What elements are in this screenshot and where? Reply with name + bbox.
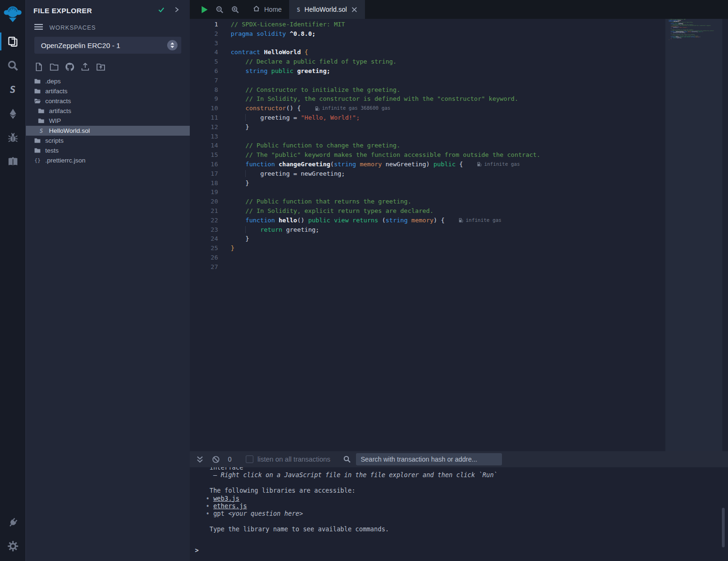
deploy-run-icon[interactable] <box>0 102 26 125</box>
code-text: // SPDX-License-Identifier: MIT <box>231 20 345 29</box>
panel-title: FILE EXPLORER <box>33 7 92 15</box>
code-text: string public greeting; <box>231 66 330 76</box>
tab-helloworld-sol[interactable]: SHelloWorld.sol <box>289 0 364 19</box>
run-script-button[interactable] <box>198 4 210 15</box>
tree-item-artifacts[interactable]: artifacts <box>26 86 190 96</box>
search-icon[interactable] <box>0 54 26 77</box>
terminal-scrollbar-thumb[interactable] <box>722 508 725 547</box>
line-number: 8 <box>190 85 218 95</box>
accept-check-icon[interactable] <box>158 6 165 15</box>
editor-scrollbar[interactable] <box>722 19 728 451</box>
code-line[interactable]: 8 // Constructor to initialize the greet… <box>190 85 728 95</box>
new-file-icon[interactable] <box>34 62 43 72</box>
solidity-file-icon: S <box>297 6 300 13</box>
code-text: } <box>231 244 235 253</box>
terminal-line: – Right click on a JavaScript file in th… <box>206 472 728 479</box>
publish-gist-icon[interactable] <box>81 62 90 72</box>
code-line[interactable]: 11 greeting = "Hello, World!"; <box>190 113 728 122</box>
gas-estimate-badge: infinite gas <box>477 160 520 169</box>
terminal-prompt[interactable]: > <box>190 547 728 554</box>
code-line[interactable]: 16 function changeGreeting(string memory… <box>190 160 728 169</box>
close-tab-icon[interactable] <box>351 7 357 13</box>
load-folder-icon[interactable] <box>96 62 105 72</box>
code-line[interactable]: 18 } <box>190 179 728 188</box>
code-line[interactable]: 20 // Public function that returns the g… <box>190 197 728 206</box>
code-line[interactable]: 12 } <box>190 122 728 132</box>
code-line[interactable]: 5 // Declare a public field of type stri… <box>190 57 728 66</box>
code-line[interactable]: 6 string public greeting; <box>190 66 728 76</box>
panel-header: FILE EXPLORER <box>26 0 190 21</box>
code-line[interactable]: 14 // Public function to change the gree… <box>190 141 728 150</box>
code-line[interactable]: 19 <box>190 187 728 197</box>
line-number: 1 <box>190 20 218 29</box>
learneth-icon[interactable] <box>0 150 26 173</box>
tree-item-helloworld-sol[interactable]: SHelloWorld.sol <box>26 126 190 136</box>
code-line[interactable]: 23 return greeting; <box>190 225 728 235</box>
code-line[interactable]: 4contract HelloWorld { <box>190 48 728 57</box>
braces-glyph: {} <box>34 157 40 163</box>
line-number: 16 <box>190 160 218 169</box>
tree-item--prettierrc-json[interactable]: {}.prettierrc.json <box>26 155 190 165</box>
code-text: greeting = "Hello, World!"; <box>231 113 360 122</box>
code-line[interactable]: 27 <box>190 262 728 272</box>
terminal-link[interactable]: ethers.js <box>213 503 247 510</box>
clear-console-icon[interactable] <box>210 454 221 465</box>
terminal-link[interactable]: web3.js <box>213 495 240 502</box>
settings-icon[interactable] <box>0 535 26 557</box>
remix-logo[interactable] <box>2 4 23 25</box>
line-number: 27 <box>190 262 218 272</box>
terminal-search-input[interactable] <box>356 453 502 465</box>
listen-transactions-checkbox[interactable] <box>246 455 253 463</box>
tree-item-label: .prettierrc.json <box>45 157 86 164</box>
debugger-icon[interactable] <box>0 126 26 149</box>
github-icon[interactable] <box>65 62 74 72</box>
line-number: 19 <box>190 187 218 197</box>
workspace-select[interactable]: OpenZeppelin ERC20 - 1 <box>34 37 181 54</box>
code-line[interactable]: 26 <box>190 253 728 262</box>
workspaces-row: WORKSPACES <box>26 21 190 37</box>
solidity-glyph: S <box>297 7 300 13</box>
code-line[interactable]: 7 <box>190 76 728 85</box>
code-line[interactable]: 2pragma solidity ^0.8.0; <box>190 29 728 39</box>
remix-ide-window: S FILE EXPLORER WORKSPACES OpenZeppelin … <box>0 0 728 561</box>
collapse-chevron-icon[interactable] <box>173 6 180 15</box>
tree-item--deps[interactable]: .deps <box>26 76 190 86</box>
code-line[interactable]: 1// SPDX-License-Identifier: MIT <box>190 20 728 29</box>
file-explorer-icon[interactable] <box>0 30 26 53</box>
code-text: } <box>231 179 249 188</box>
code-line[interactable]: 15 // The "public" keyword makes the fun… <box>190 150 728 160</box>
new-folder-icon[interactable] <box>49 62 59 72</box>
workspaces-menu-icon[interactable] <box>34 24 43 32</box>
code-line[interactable]: 17 greeting = newGreeting; <box>190 169 728 179</box>
code-line[interactable]: 9 // In Solidity, the constructor is def… <box>190 94 728 104</box>
zoom-in-button[interactable] <box>229 4 241 15</box>
code-line[interactable]: 3 <box>190 39 728 48</box>
solidity-compiler-icon[interactable]: S <box>0 78 26 101</box>
code-line[interactable]: 13 <box>190 132 728 141</box>
code-text: constructor() { <box>231 104 301 113</box>
tree-item-scripts[interactable]: scripts <box>26 136 190 146</box>
code-editor[interactable]: 1// SPDX-License-Identifier: MIT2pragma … <box>190 19 728 451</box>
code-line[interactable]: 25} <box>190 244 728 253</box>
tree-item-contracts[interactable]: contracts <box>26 96 190 106</box>
plugin-manager-icon[interactable] <box>0 511 26 534</box>
code-line[interactable]: 21 // In Solidity, explicit return types… <box>190 206 728 216</box>
tree-item-artifacts[interactable]: artifacts <box>26 106 190 116</box>
code-line[interactable]: 10 constructor() {infinite gas 368600 ga… <box>190 104 728 113</box>
solidity-compiler-icon-glyph: S <box>9 84 16 95</box>
minimap[interactable]: // SPDX-License-Identifier: MITpragma so… <box>665 19 728 451</box>
file-tree: .depsartifactscontractsartifactsWIPSHell… <box>26 76 190 165</box>
tree-item-wip[interactable]: WIP <box>26 116 190 126</box>
code-line[interactable]: 22 function hello() public view returns … <box>190 216 728 225</box>
tab-home[interactable]: Home <box>245 0 289 19</box>
code-line[interactable]: 24 } <box>190 234 728 244</box>
tree-item-tests[interactable]: tests <box>26 146 190 155</box>
line-number: 9 <box>190 94 218 104</box>
terminal-output[interactable]: interface – Right click on a JavaScript … <box>190 467 728 561</box>
line-number: 25 <box>190 244 218 253</box>
line-number: 14 <box>190 141 218 150</box>
folder-icon <box>34 78 41 85</box>
workspace-switch-icon[interactable] <box>167 40 178 50</box>
expand-terminal-icon[interactable] <box>194 454 205 465</box>
zoom-out-button[interactable] <box>214 4 225 15</box>
